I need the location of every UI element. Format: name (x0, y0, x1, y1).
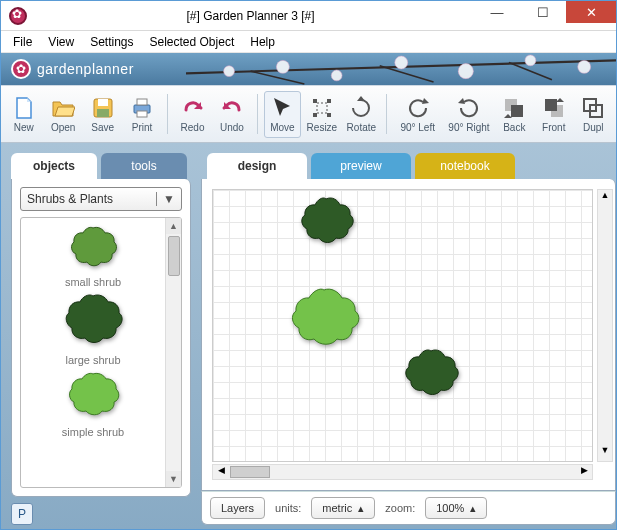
scroll-thumb[interactable] (168, 236, 180, 276)
folder-open-icon (51, 96, 75, 120)
toolbar: New Open Save Print Redo Undo Move Resiz… (1, 85, 616, 143)
svg-line-2 (379, 66, 433, 82)
list-item[interactable]: large shrub (59, 292, 127, 366)
scroll-down-icon[interactable]: ▼ (598, 445, 612, 461)
workspace: objects tools Shrubs & Plants ▼ small sh… (1, 143, 616, 529)
category-dropdown[interactable]: Shrubs & Plants ▼ (20, 187, 182, 211)
rotate-right-button[interactable]: 90° Right (444, 92, 493, 137)
menu-file[interactable]: File (7, 33, 38, 51)
list-item[interactable]: small shrub (65, 224, 121, 288)
zoom-dropdown[interactable]: 100%▴ (425, 497, 487, 519)
right-tabs: design preview notebook (201, 153, 616, 179)
print-button[interactable]: Print (123, 92, 160, 137)
rotate-button[interactable]: Rotate (343, 92, 380, 137)
svg-point-5 (276, 60, 289, 73)
app-window: [#] Garden Planner 3 [#] — ☐ ✕ File View… (0, 0, 617, 530)
scroll-down-icon[interactable]: ▼ (166, 471, 181, 487)
svg-rect-15 (137, 99, 147, 105)
toolbar-separator (167, 94, 168, 134)
units-dropdown[interactable]: metric▴ (311, 497, 375, 519)
rotate-left-button[interactable]: 90° Left (393, 92, 442, 137)
svg-rect-12 (98, 99, 108, 106)
svg-rect-17 (317, 103, 327, 113)
canvas-footer: Layers units: metric▴ zoom: 100%▴ (201, 491, 616, 525)
left-tabs: objects tools (11, 153, 191, 179)
design-canvas-wrap: ▲ ▼ ◀ ▶ (201, 179, 616, 491)
file-new-icon (12, 96, 36, 120)
category-value: Shrubs & Plants (27, 192, 113, 206)
object-list-scrollbar[interactable]: ▲ ▼ (165, 218, 181, 487)
simple-shrub-icon (63, 370, 123, 424)
canvas-shrub-2[interactable] (281, 286, 367, 364)
left-panel: objects tools Shrubs & Plants ▼ small sh… (11, 153, 191, 525)
list-item-label: small shrub (65, 276, 121, 288)
move-button[interactable]: Move (264, 91, 301, 138)
scroll-up-icon[interactable]: ▲ (166, 218, 181, 234)
zoom-label: zoom: (385, 502, 415, 514)
layers-button[interactable]: Layers (210, 497, 265, 519)
tab-notebook[interactable]: notebook (415, 153, 515, 179)
redo-icon (181, 96, 205, 120)
undo-icon (220, 96, 244, 120)
scroll-thumb[interactable] (230, 466, 270, 478)
tab-preview[interactable]: preview (311, 153, 411, 179)
close-button[interactable]: ✕ (566, 1, 616, 23)
scroll-right-icon[interactable]: ▶ (576, 465, 592, 479)
toolbar-separator (257, 94, 258, 134)
scroll-up-icon[interactable]: ▲ (598, 190, 612, 206)
menu-help[interactable]: Help (244, 33, 281, 51)
undo-button[interactable]: Undo (213, 92, 250, 137)
svg-rect-13 (97, 109, 109, 117)
svg-point-7 (394, 56, 407, 69)
duplicate-icon (581, 96, 605, 120)
titlebar[interactable]: [#] Garden Planner 3 [#] — ☐ ✕ (1, 1, 616, 31)
svg-rect-25 (545, 99, 557, 111)
open-button[interactable]: Open (44, 92, 81, 137)
bring-front-icon (542, 96, 566, 120)
window-title: [#] Garden Planner 3 [#] (27, 9, 474, 23)
resize-button[interactable]: Resize (303, 92, 340, 137)
svg-point-4 (223, 66, 234, 77)
scroll-left-icon[interactable]: ◀ (213, 465, 229, 479)
menu-bar: File View Settings Selected Object Help (1, 31, 616, 53)
canvas-hscrollbar[interactable]: ◀ ▶ (212, 464, 593, 480)
rotate-right-icon (457, 96, 481, 120)
minimize-button[interactable]: — (474, 1, 520, 23)
new-button[interactable]: New (5, 92, 42, 137)
large-shrub-icon (59, 292, 127, 352)
redo-button[interactable]: Redo (174, 92, 211, 137)
tab-design[interactable]: design (207, 153, 307, 179)
menu-selected-object[interactable]: Selected Object (144, 33, 241, 51)
save-icon (91, 96, 115, 120)
brand-name: gardenplanner (37, 61, 134, 77)
svg-point-6 (331, 70, 342, 81)
list-item-label: simple shrub (62, 426, 124, 438)
rotate-left-icon (406, 96, 430, 120)
objects-panel: Shrubs & Plants ▼ small shrub large shru… (11, 179, 191, 497)
maximize-button[interactable]: ☐ (520, 1, 566, 23)
menu-settings[interactable]: Settings (84, 33, 139, 51)
canvas-vscrollbar[interactable]: ▲ ▼ (597, 189, 613, 462)
tab-objects[interactable]: objects (11, 153, 97, 179)
tab-tools[interactable]: tools (101, 153, 187, 179)
send-back-button[interactable]: Back (496, 92, 533, 137)
p-badge[interactable]: P (11, 503, 33, 525)
menu-view[interactable]: View (42, 33, 80, 51)
duplicate-button[interactable]: Dupl (575, 92, 612, 137)
list-item[interactable]: simple shrub (62, 370, 124, 438)
right-panel: design preview notebook ▲ ▼ ◀ (201, 153, 616, 525)
chevron-down-icon: ▼ (156, 192, 175, 206)
svg-rect-21 (327, 113, 331, 117)
list-item-label: large shrub (65, 354, 120, 366)
svg-point-9 (525, 55, 536, 66)
design-canvas[interactable] (212, 189, 593, 462)
svg-point-8 (458, 64, 473, 79)
save-button[interactable]: Save (84, 92, 121, 137)
bring-front-button[interactable]: Front (535, 92, 572, 137)
canvas-shrub-3[interactable] (399, 348, 463, 406)
chevron-up-icon: ▴ (358, 502, 364, 515)
rotate-icon (349, 96, 373, 120)
chevron-up-icon: ▴ (470, 502, 476, 515)
canvas-shrub-1[interactable] (295, 196, 357, 252)
svg-rect-19 (327, 99, 331, 103)
